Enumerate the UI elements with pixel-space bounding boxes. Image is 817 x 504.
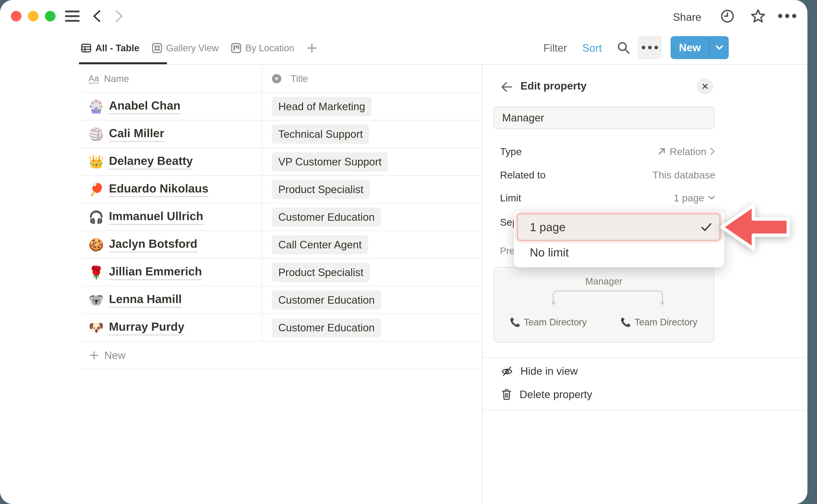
table-row: 🐶Murray Purdy Customer Education [81,314,482,342]
database-table: Aa Name Title 🎡Anabel Chan Head of Marke… [81,65,482,369]
annotation-arrow-icon [720,203,790,251]
delete-property-button[interactable]: Delete property [501,386,592,403]
page-emoji: 🐶 [88,322,104,334]
dropdown-option-1-page[interactable]: 1 page [517,214,720,241]
gallery-view-icon [152,43,162,53]
page-emoji: 🎡 [88,100,104,113]
page-emoji: 👑 [88,156,104,168]
hamburger-menu-icon[interactable] [65,10,80,22]
more-options-icon[interactable] [777,13,797,19]
panel-close-button[interactable] [697,78,713,94]
chevron-down-icon [708,195,715,200]
name-cell[interactable]: 🌹Jillian Emmerich [81,265,262,280]
panel-divider [483,410,807,410]
history-clock-icon[interactable] [720,9,734,23]
title-cell[interactable]: Customer Education [262,290,482,310]
add-view-plus-icon[interactable] [306,43,317,53]
limit-dropdown-menu: 1 page No limit [514,210,725,268]
property-row-limit[interactable]: Limit 1 page [500,188,715,208]
favorite-star-icon[interactable] [751,9,766,23]
name-cell[interactable]: 🍪Jaclyn Botsford [81,237,262,252]
title-cell[interactable]: Technical Support [262,125,482,144]
table-row: 🎧Immanuel Ullrich Customer Education [81,204,482,231]
panel-title: Edit property [521,80,587,92]
chevron-down-icon [715,45,724,50]
new-button-label[interactable]: New [671,36,709,59]
dropdown-option-no-limit[interactable]: No limit [517,241,720,264]
back-arrow-icon[interactable] [91,9,105,23]
title-cell[interactable]: Product Specialist [262,263,482,282]
name-cell[interactable]: 🎧Immanuel Ullrich [81,209,262,225]
tab-label: All - Table [95,43,139,53]
panel-back-icon[interactable] [501,81,513,93]
tab-label: By Location [245,43,294,53]
title-cell[interactable]: Product Specialist [262,180,482,199]
board-view-icon [231,43,241,53]
title-cell[interactable]: Head of Marketing [262,97,482,116]
page-emoji: 🌹 [88,266,104,279]
page-emoji: 🎧 [88,211,104,223]
table-header-row: Aa Name Title [81,65,482,93]
new-row-button[interactable]: New [81,342,482,369]
page-emoji: 🍪 [88,239,104,251]
close-icon [702,83,709,90]
tab-label: Gallery View [166,43,218,53]
page-emoji: 🐨 [88,294,104,306]
name-cell[interactable]: 🎡Anabel Chan [81,99,262,114]
select-property-icon [272,74,281,83]
panel-divider [483,357,807,358]
name-cell[interactable]: 🐶Murray Purdy [81,320,262,335]
active-tab-underline [79,62,167,64]
filter-button[interactable]: Filter [544,32,567,64]
checkmark-icon [701,223,712,232]
property-row-type[interactable]: Type Relation [500,141,715,162]
title-cell[interactable]: Customer Education [262,318,482,337]
text-property-icon: Aa [88,74,99,84]
preview-related-page: 📞 Team Directory [510,317,587,327]
trash-icon [501,389,512,400]
window-minimize-button[interactable] [28,11,38,21]
phone-icon: 📞 [510,317,521,327]
preview-related-page: 📞 Team Directory [620,317,697,327]
edit-property-panel: Edit property Type Relation Related to T… [482,65,807,504]
property-name-input[interactable] [494,107,715,129]
phone-icon: 📞 [620,317,631,327]
table-view-icon [81,43,91,53]
view-tabs: All - Table Gallery View By Location [81,32,317,64]
title-cell[interactable]: Call Center Agent [262,235,482,254]
tab-all-table[interactable]: All - Table [81,43,139,53]
table-row: 🏐Cali Miller Technical Support [81,121,482,148]
page-emoji: 🏓 [88,183,104,196]
name-cell[interactable]: 👑Delaney Beatty [81,154,262,169]
table-row: 🎡Anabel Chan Head of Marketing [81,93,482,121]
tab-gallery-view[interactable]: Gallery View [152,43,218,53]
preview-root-label: Manager [494,276,714,287]
sort-button[interactable]: Sort [582,32,602,64]
name-cell[interactable]: 🏐Cali Miller [81,126,262,142]
column-header-title[interactable]: Title [262,73,482,84]
eye-slash-icon [501,365,513,377]
title-cell[interactable]: Customer Education [262,208,482,227]
search-icon[interactable] [617,41,631,55]
column-header-name[interactable]: Aa Name [81,73,262,84]
hide-in-view-button[interactable]: Hide in view [501,362,578,380]
name-cell[interactable]: 🐨Lenna Hamill [81,292,262,308]
forward-arrow-icon[interactable] [111,9,125,23]
table-row: 🌹Jillian Emmerich Product Specialist [81,259,482,286]
title-cell[interactable]: VP Customer Support [262,152,482,171]
new-dropdown-button[interactable] [710,36,729,59]
property-row-related-to[interactable]: Related to This database [500,165,715,185]
window-zoom-button[interactable] [45,11,56,21]
share-button[interactable]: Share [673,10,701,24]
tab-by-location[interactable]: By Location [231,43,294,53]
app-window: Share All - Table Gallery View [0,0,807,504]
new-button[interactable]: New [671,36,729,59]
table-row: 🍪Jaclyn Botsford Call Center Agent [81,231,482,259]
window-close-button[interactable] [11,11,21,21]
name-cell[interactable]: 🏓Eduardo Nikolaus [81,182,262,197]
view-options-button[interactable] [638,36,662,59]
chevron-right-icon [710,147,715,156]
table-row: 👑Delaney Beatty VP Customer Support [81,148,482,176]
plus-icon [89,351,99,360]
table-row: 🏓Eduardo Nikolaus Product Specialist [81,176,482,204]
